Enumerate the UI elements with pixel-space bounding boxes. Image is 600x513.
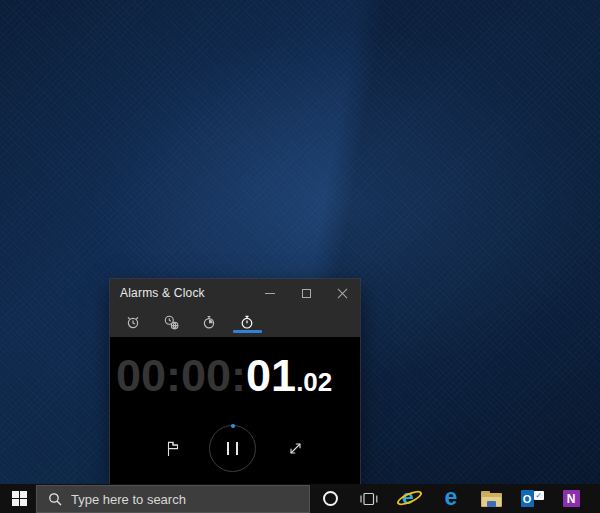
stopwatch-time-dim: 00:00:: [116, 350, 246, 401]
taskbar: Type here to search e e O ✓ N: [0, 484, 600, 513]
expand-button[interactable]: [281, 434, 309, 462]
onenote-icon: N: [563, 490, 580, 507]
window-title: Alarms & Clock: [110, 286, 252, 300]
pause-icon: [227, 442, 238, 455]
tab-stopwatch[interactable]: [232, 307, 262, 337]
selected-tab-underline: [233, 330, 262, 333]
internet-explorer-icon: e: [398, 488, 422, 510]
flag-icon: [164, 439, 181, 457]
lap-flag-button[interactable]: [158, 434, 186, 462]
window-controls: [252, 279, 360, 307]
minimize-icon: [265, 293, 275, 294]
tab-alarm[interactable]: [118, 307, 148, 337]
taskbar-search-input[interactable]: Type here to search: [36, 485, 310, 513]
start-button[interactable]: [2, 484, 36, 513]
stopwatch-icon: [239, 314, 255, 330]
tab-world-clock[interactable]: [156, 307, 186, 337]
maximize-button[interactable]: [288, 279, 324, 307]
expand-arrows-icon: [287, 440, 304, 457]
maximize-icon: [302, 289, 311, 298]
window-titlebar[interactable]: Alarms & Clock: [110, 279, 360, 307]
stopwatch-time: 00:00:01.02: [116, 353, 332, 398]
edge-icon: e: [445, 486, 458, 509]
stopwatch-time-fraction: .02: [296, 367, 332, 397]
alarm-icon: [125, 314, 141, 330]
progress-dot: [231, 424, 235, 428]
file-explorer-icon: [481, 491, 502, 507]
pause-button[interactable]: [209, 425, 256, 472]
tab-bar: [110, 307, 360, 337]
file-explorer-button[interactable]: [477, 484, 505, 513]
search-icon: [48, 492, 62, 506]
timer-icon: [201, 314, 217, 330]
close-button[interactable]: [324, 279, 360, 307]
alarms-clock-window: Alarms & Clock: [110, 279, 360, 484]
edge-button[interactable]: e: [437, 484, 465, 513]
outlook-button[interactable]: O ✓: [517, 484, 547, 513]
cortana-icon: [323, 491, 338, 506]
windows-logo-icon: [12, 491, 27, 506]
world-clock-icon: [163, 314, 179, 330]
internet-explorer-button[interactable]: e: [396, 484, 424, 513]
stopwatch-panel: 00:00:01.02: [110, 337, 360, 484]
task-view-button[interactable]: [352, 484, 386, 513]
tab-timer[interactable]: [194, 307, 224, 337]
cortana-button[interactable]: [314, 484, 346, 513]
task-view-icon: [359, 491, 379, 507]
stopwatch-time-main: 01: [246, 350, 296, 401]
search-placeholder: Type here to search: [71, 492, 186, 507]
minimize-button[interactable]: [252, 279, 288, 307]
onenote-button[interactable]: N: [557, 484, 585, 513]
close-icon: [337, 288, 348, 299]
outlook-icon: O ✓: [521, 490, 544, 507]
